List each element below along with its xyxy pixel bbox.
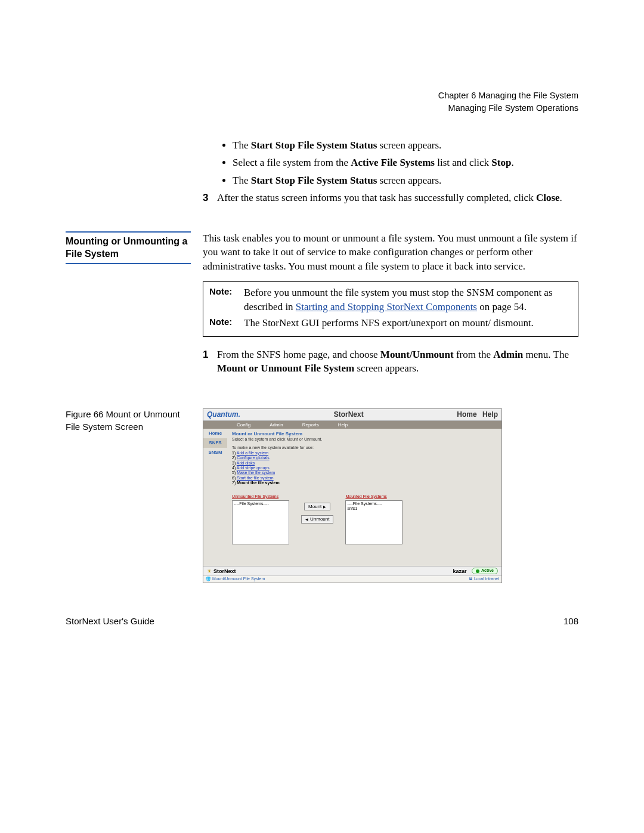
note-label: Note:: [209, 316, 244, 330]
step-link[interactable]: Start the file system: [237, 476, 273, 480]
menu-bar: Config Admin Reports Help: [203, 421, 501, 429]
step-link[interactable]: Add stripe groups: [237, 466, 270, 470]
arrow-left-icon: [305, 516, 308, 522]
chapter-line: Chapter 6 Managing the File System: [66, 89, 578, 102]
bullet: The Start Stop File System Status screen…: [233, 174, 578, 187]
nav-snfs[interactable]: SNFS: [203, 438, 227, 448]
help-step: 7) Mount the file system: [232, 481, 497, 485]
bullet: Select a file system from the Active Fil…: [233, 156, 578, 169]
footer-brand: StorNext: [207, 568, 236, 575]
page-number: 108: [564, 616, 578, 626]
mounted-caption: Mounted File Systems: [345, 494, 402, 499]
menu-config[interactable]: Config: [227, 421, 260, 429]
unmount-button[interactable]: Unmount: [301, 515, 333, 524]
step-link[interactable]: Add disks: [237, 461, 255, 465]
avail-intro: To make a new file system available for …: [232, 445, 497, 450]
menu-reports[interactable]: Reports: [293, 421, 329, 429]
step-number: 1: [203, 348, 217, 376]
xref-link[interactable]: Starting and Stopping StorNext Component…: [296, 301, 477, 312]
list-item[interactable]: snfs1: [347, 506, 401, 511]
running-header: Chapter 6 Managing the File System Manag…: [66, 89, 578, 114]
footer-bar: StorNext kazar Active: [203, 566, 501, 575]
intro-paragraph: This task enables you to mount or unmoun…: [203, 231, 578, 273]
figure-caption: Figure 66 Mount or Unmount File System S…: [66, 408, 191, 433]
status-text: Mount/Unmount File System: [212, 577, 265, 581]
globe-icon: 🌐: [206, 577, 212, 581]
ss-topbar: Quantum. StorNext Home Help: [203, 409, 501, 420]
menu-admin[interactable]: Admin: [260, 421, 293, 429]
help-steps: To make a new file system available for …: [232, 445, 497, 485]
step-link[interactable]: Add a file system: [237, 451, 268, 455]
panel-title: Mount or Unmount File System: [232, 431, 497, 437]
help-step: 4) Add stripe groups: [232, 466, 497, 470]
mounted-list[interactable]: ----File Systems---- snfs1: [345, 500, 402, 544]
page-footer: StorNext User's Guide 108: [66, 616, 578, 626]
side-heading: Mounting or Unmounting a File System: [66, 235, 191, 261]
arrow-right-icon: [323, 504, 326, 510]
step-3: 3 After the status screen informs you th…: [203, 191, 578, 205]
note-box: Note: Before you unmount the file system…: [203, 281, 578, 336]
step-number: 3: [203, 191, 217, 205]
zone-text: Local intranet: [474, 577, 499, 581]
step-link[interactable]: Configure globals: [237, 456, 269, 460]
host-name: kazar: [453, 568, 466, 574]
help-step: 1) Add a file system: [232, 451, 497, 456]
mount-button[interactable]: Mount: [304, 503, 330, 511]
help-link[interactable]: Help: [482, 410, 498, 419]
brand-logo: Quantum.: [207, 410, 240, 419]
list-placeholder: ----File Systems----: [234, 501, 287, 506]
footer-left: StorNext User's Guide: [66, 616, 154, 626]
help-step: 5) Make the file system: [232, 470, 497, 475]
step-plain: Mount the file system: [237, 481, 280, 485]
step-1: 1 From the SNFS home page, and choose Mo…: [203, 348, 578, 376]
help-step: 6) Start the file system: [232, 476, 497, 481]
unmounted-caption: Unmounted File Systems: [232, 494, 289, 499]
side-heading-rule: Mounting or Unmounting a File System: [66, 231, 191, 264]
step-link[interactable]: Make the file system: [237, 470, 275, 475]
section-line: Managing File System Operations: [66, 102, 578, 114]
list-placeholder: ----File Systems----: [347, 501, 401, 506]
app-title: StorNext: [334, 410, 364, 419]
home-link[interactable]: Home: [457, 410, 476, 419]
left-nav: Home SNFS SNSM: [203, 429, 227, 566]
zone-icon: 🖥: [469, 577, 474, 581]
note-label: Note:: [209, 286, 244, 314]
nav-home[interactable]: Home: [203, 429, 227, 438]
help-step: 2) Configure globals: [232, 456, 497, 460]
nav-snsm[interactable]: SNSM: [203, 448, 227, 457]
panel-sub: Select a file system and click Mount or …: [232, 437, 497, 442]
help-step: 3) Add disks: [232, 461, 497, 466]
menu-help[interactable]: Help: [329, 421, 357, 429]
screenshot: Quantum. StorNext Home Help Config Admin…: [203, 408, 502, 583]
browser-status-bar: 🌐 Mount/Unmount File System 🖥 Local intr…: [203, 575, 501, 582]
status-pill: Active: [472, 568, 498, 574]
bullet: The Start Stop File System Status screen…: [233, 138, 578, 152]
unmounted-list[interactable]: ----File Systems----: [232, 500, 289, 544]
